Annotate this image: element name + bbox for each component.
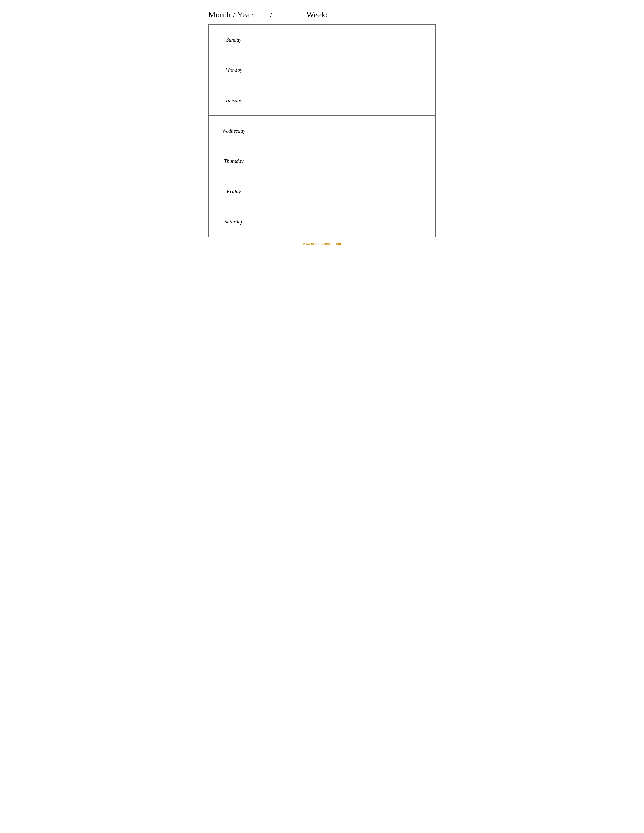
page-header: Month / Year: _ _ / _ _ _ _ _ Week: _ _ [208, 10, 340, 19]
footer-url: www.blank-calendar.com [303, 242, 341, 246]
day-label-friday: Friday [209, 176, 259, 206]
day-label-sunday: Sunday [209, 25, 259, 55]
table-row: Friday [209, 176, 436, 206]
day-content-monday[interactable] [259, 55, 436, 85]
calendar-table: SundayMondayTuesdayWednesdayThursdayFrid… [208, 24, 436, 237]
day-label-wednesday: Wednesday [209, 116, 259, 146]
day-content-wednesday[interactable] [259, 116, 436, 146]
day-content-saturday[interactable] [259, 206, 436, 237]
day-content-sunday[interactable] [259, 25, 436, 55]
table-row: Saturday [209, 206, 436, 237]
table-row: Wednesday [209, 116, 436, 146]
day-content-tuesday[interactable] [259, 85, 436, 116]
day-content-friday[interactable] [259, 176, 436, 206]
day-label-saturday: Saturday [209, 206, 259, 237]
day-label-tuesday: Tuesday [209, 85, 259, 116]
day-content-thursday[interactable] [259, 146, 436, 176]
table-row: Tuesday [209, 85, 436, 116]
table-row: Thursday [209, 146, 436, 176]
table-row: Sunday [209, 25, 436, 55]
table-row: Monday [209, 55, 436, 85]
footer: www.blank-calendar.com [208, 242, 436, 246]
day-label-monday: Monday [209, 55, 259, 85]
day-label-thursday: Thursday [209, 146, 259, 176]
header-text: Month / Year: _ _ / _ _ _ _ _ Week: _ _ [208, 10, 340, 19]
page-container: Month / Year: _ _ / _ _ _ _ _ Week: _ _ … [208, 10, 436, 246]
